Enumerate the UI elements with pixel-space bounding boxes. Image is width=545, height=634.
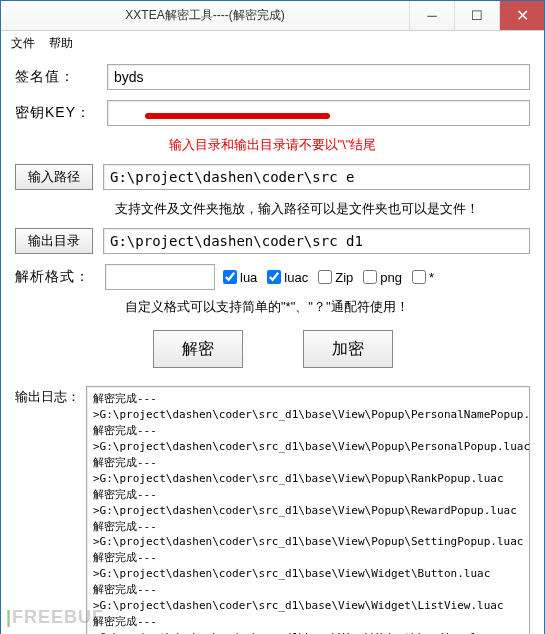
- format-checkbox-lua[interactable]: [223, 270, 237, 284]
- key-redaction: [145, 113, 330, 119]
- input-path-hint: 支持文件及文件夹拖放，输入路径可以是文件夹也可以是文件！: [115, 200, 530, 218]
- label-key: 密钥KEY：: [15, 104, 97, 122]
- input-path-button[interactable]: 输入路径: [15, 164, 93, 190]
- format-option-luac[interactable]: luac: [267, 270, 308, 285]
- output-path-button[interactable]: 输出目录: [15, 228, 93, 254]
- format-checkbox-luac[interactable]: [267, 270, 281, 284]
- output-path-field[interactable]: [103, 228, 530, 254]
- titlebar[interactable]: XXTEA解密工具----(解密完成) ─ ☐ ✕: [1, 1, 544, 31]
- decrypt-button[interactable]: 解密: [153, 330, 243, 368]
- format-label: png: [380, 270, 402, 285]
- close-button[interactable]: ✕: [499, 1, 544, 30]
- label-parse-format: 解析格式：: [15, 268, 97, 286]
- format-option-lua[interactable]: lua: [223, 270, 257, 285]
- maximize-button[interactable]: ☐: [454, 1, 499, 30]
- format-label: luac: [284, 270, 308, 285]
- format-custom-input[interactable]: [105, 264, 215, 290]
- encrypt-button[interactable]: 加密: [303, 330, 393, 368]
- app-window: XXTEA解密工具----(解密完成) ─ ☐ ✕ 文件 帮助 签名值： 密钥K…: [0, 0, 545, 634]
- menubar: 文件 帮助: [1, 31, 544, 58]
- format-option-png[interactable]: png: [363, 270, 402, 285]
- path-hint: 输入目录和输出目录请不要以"\"结尾: [15, 136, 530, 154]
- format-checkbox-*[interactable]: [412, 270, 426, 284]
- signature-input[interactable]: [107, 64, 530, 90]
- format-label: *: [429, 270, 434, 285]
- content-area: 签名值： 密钥KEY： 输入目录和输出目录请不要以"\"结尾 输入路径 支持文件…: [1, 58, 544, 634]
- label-signature: 签名值：: [15, 68, 97, 86]
- format-checkbox-png[interactable]: [363, 270, 377, 284]
- log-output[interactable]: 解密完成--->G:\project\dashen\coder\src_d1\b…: [86, 386, 530, 634]
- format-checkbox-Zip[interactable]: [318, 270, 332, 284]
- format-option-Zip[interactable]: Zip: [318, 270, 353, 285]
- minimize-button[interactable]: ─: [409, 1, 454, 30]
- format-label: lua: [240, 270, 257, 285]
- window-title: XXTEA解密工具----(解密完成): [1, 7, 409, 24]
- input-path-field[interactable]: [103, 164, 530, 190]
- menu-file[interactable]: 文件: [11, 35, 35, 52]
- window-controls: ─ ☐ ✕: [409, 1, 544, 30]
- format-hint: 自定义格式可以支持简单的"*"、"？"通配符使用！: [125, 298, 530, 316]
- menu-help[interactable]: 帮助: [49, 35, 73, 52]
- format-option-*[interactable]: *: [412, 270, 434, 285]
- label-log: 输出日志：: [15, 386, 80, 406]
- format-label: Zip: [335, 270, 353, 285]
